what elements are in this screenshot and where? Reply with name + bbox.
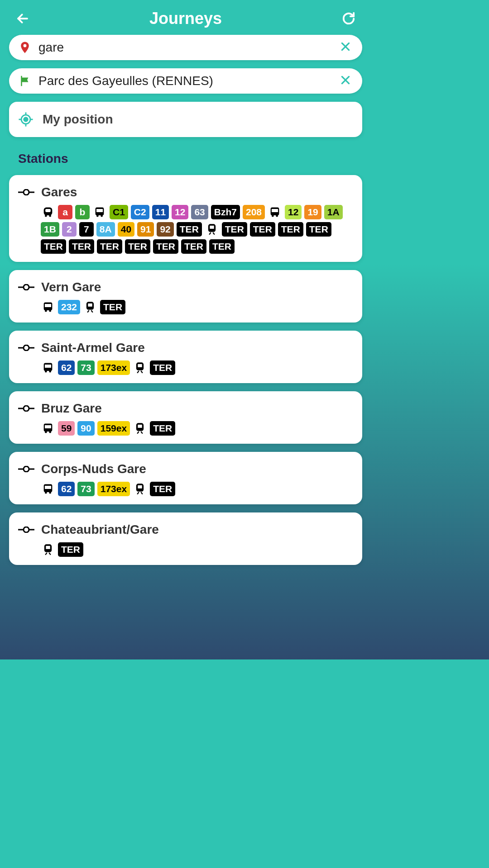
app-header: Journeys [0, 0, 371, 35]
line-badge: 2 [62, 222, 77, 237]
line-badge: TER [250, 222, 275, 237]
svg-point-23 [272, 215, 274, 217]
svg-point-57 [49, 431, 51, 433]
station-card[interactable]: Saint-Armel Gare6273173exTER [9, 331, 362, 383]
stations-list: GaresabC1C2111263Bzh720812191A1B278A4091… [9, 175, 362, 565]
search-container [0, 35, 371, 94]
line-badge: Bzh7 [211, 205, 240, 219]
stop-icon [18, 189, 34, 195]
station-name: Saint-Armel Gare [41, 341, 145, 355]
station-name: Vern Gare [41, 280, 101, 294]
line-badge: a [58, 205, 72, 219]
line-badge: 8A [96, 222, 115, 237]
target-icon [18, 112, 34, 127]
svg-point-67 [45, 492, 47, 494]
page-title: Journeys [149, 9, 222, 28]
bus-icon [42, 301, 54, 313]
line-badge: 12 [172, 205, 188, 219]
svg-line-51 [141, 371, 143, 373]
my-position-label: My position [43, 112, 113, 127]
line-badge: TER [222, 222, 247, 237]
bus-icon [268, 206, 281, 218]
line-badge: TER [306, 222, 331, 237]
line-badge: C1 [110, 205, 128, 219]
svg-point-56 [45, 431, 47, 433]
svg-line-72 [137, 492, 139, 494]
line-badge: 12 [285, 205, 302, 219]
station-card[interactable]: Chateaubriant/GareTER [9, 512, 362, 565]
line-badge: TER [69, 239, 94, 254]
stations-heading: Stations [9, 146, 362, 175]
svg-line-28 [209, 232, 211, 235]
line-badge: 208 [243, 205, 265, 219]
train-icon [42, 543, 54, 556]
train-icon [134, 361, 146, 374]
station-card[interactable]: Corps-Nuds Gare6273173exTER [9, 452, 362, 504]
line-badge: TER [150, 360, 175, 375]
svg-line-50 [137, 371, 139, 373]
line-badge: TER [150, 482, 175, 496]
flag-icon [18, 74, 32, 88]
line-badge: TER [278, 222, 303, 237]
line-badge: TER [97, 239, 122, 254]
my-position-button[interactable]: My position [9, 102, 362, 137]
refresh-button[interactable] [340, 9, 358, 28]
line-badge: TER [150, 421, 175, 436]
line-badge: 11 [152, 205, 169, 219]
station-card[interactable]: GaresabC1C2111263Bzh720812191A1B278A4091… [9, 175, 362, 262]
line-badge: TER [181, 239, 206, 254]
refresh-icon [342, 12, 355, 25]
clear-destination-button[interactable] [340, 74, 353, 88]
station-head: Bruz Gare [18, 401, 353, 416]
station-head: Corps-Nuds Gare [18, 462, 353, 476]
line-badge: TER [209, 239, 235, 254]
line-badge: 59 [58, 421, 75, 436]
line-badge: 19 [304, 205, 321, 219]
bus-icon [93, 206, 106, 218]
svg-point-68 [49, 492, 51, 494]
destination-input[interactable] [32, 74, 340, 88]
svg-line-62 [141, 432, 143, 434]
origin-input[interactable] [32, 40, 340, 55]
svg-point-75 [24, 527, 29, 532]
line-badge: 173ex [97, 482, 130, 496]
svg-line-29 [213, 232, 215, 235]
svg-rect-49 [138, 364, 142, 367]
svg-point-53 [24, 406, 29, 411]
svg-rect-47 [45, 365, 51, 368]
pin-icon [18, 41, 32, 54]
svg-line-39 [87, 310, 89, 313]
station-name: Corps-Nuds Gare [41, 462, 146, 476]
train-icon [206, 223, 218, 236]
lines-row: 6273173exTER [18, 360, 353, 375]
svg-point-46 [49, 370, 51, 373]
svg-rect-27 [210, 226, 214, 229]
train-icon [84, 301, 96, 313]
svg-point-16 [49, 215, 51, 217]
svg-rect-69 [45, 486, 51, 489]
svg-rect-36 [45, 304, 51, 307]
bus-icon [42, 483, 54, 495]
svg-point-12 [24, 190, 29, 195]
station-card[interactable]: Vern Gare232TER [9, 270, 362, 323]
destination-field[interactable] [9, 68, 362, 94]
line-badge: TER [125, 239, 150, 254]
station-card[interactable]: Bruz Gare5990159exTER [9, 391, 362, 444]
svg-line-80 [49, 553, 51, 555]
svg-rect-21 [96, 209, 103, 212]
svg-line-40 [91, 310, 93, 313]
line-badge: TER [58, 542, 83, 557]
lines-row: abC1C2111263Bzh720812191A1B278A409192TER… [18, 205, 353, 254]
line-badge: 1B [41, 222, 59, 237]
clear-origin-button[interactable] [340, 41, 353, 54]
bus-icon [42, 361, 54, 374]
station-name: Gares [41, 185, 77, 199]
line-badge: 90 [77, 421, 94, 436]
stop-icon [18, 345, 34, 351]
origin-field[interactable] [9, 35, 362, 60]
svg-point-6 [24, 118, 28, 122]
results-content: My position Stations GaresabC1C2111263Bz… [0, 102, 371, 565]
back-button[interactable] [14, 9, 32, 28]
stop-icon [18, 466, 34, 472]
svg-point-19 [96, 215, 99, 217]
